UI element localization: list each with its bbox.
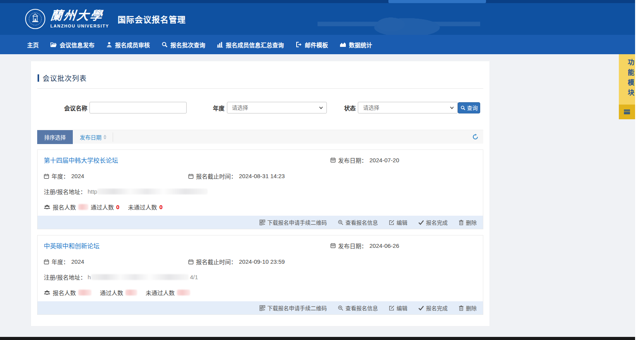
nav-item-label: 报名成员审核	[115, 41, 150, 49]
conference-title-link[interactable]: 第十四届中韩大学校长论坛	[44, 155, 330, 165]
registration-url-prefix: h	[88, 274, 91, 280]
publish-date-label: 发布日期：	[338, 156, 367, 164]
failed-count-label: 未通过人数	[128, 203, 157, 211]
nav-item-batch-query[interactable]: 报名批次查询	[161, 41, 205, 49]
redacted-passed-count	[125, 290, 137, 295]
search-plus-icon	[338, 305, 343, 311]
action-label: 查看报名信息	[345, 218, 378, 226]
failed-count-value: 0	[159, 204, 162, 210]
query-button-label: 查询	[467, 104, 478, 112]
user-icon	[106, 41, 112, 48]
university-seal-icon	[25, 9, 46, 29]
conference-card: 中英碳中和创新论坛 发布日期：2024-06-26	[37, 235, 483, 315]
action-delete[interactable]: 删除	[459, 304, 477, 312]
year-label: 年度	[213, 104, 225, 112]
action-label: 删除	[466, 218, 477, 226]
stats-row: 报名人数 通过人数 未通过人数	[44, 288, 477, 297]
action-delete[interactable]: 删除	[459, 218, 477, 226]
registration-url-label: 注册/报名地址：	[44, 273, 86, 281]
nav-item-conference-publish[interactable]: 会议信息发布	[50, 41, 94, 49]
sort-by-publish-date[interactable]: 发布日期	[80, 133, 106, 141]
action-edit[interactable]: 编辑	[389, 304, 407, 312]
action-edit[interactable]: 编辑	[389, 218, 407, 226]
action-label: 编辑	[397, 304, 407, 312]
section-title-row: 会议批次列表	[37, 61, 483, 88]
nav-item-label: 邮件模板	[305, 41, 328, 49]
calendar-icon	[330, 157, 336, 163]
check-icon	[418, 220, 424, 225]
deadline-value: 2024-09-10 23:59	[239, 258, 285, 265]
bar-chart-icon	[217, 41, 223, 48]
publish-date-value: 2024-06-26	[369, 242, 399, 249]
passed-count-label: 通过人数	[91, 203, 114, 211]
nav-item-home[interactable]: 主页	[27, 41, 39, 49]
folder-open-icon	[50, 42, 57, 48]
nav-item-label: 数据统计	[349, 41, 372, 49]
action-view-registration-info[interactable]: 查看报名信息	[338, 304, 378, 312]
screenshot-root: 蘭州大學 LANZHOU UNIVERSITY 国际会议报名管理 主页 会议信息…	[0, 0, 644, 340]
status-select[interactable]: 请选择	[358, 102, 458, 113]
passed-count-label: 通过人数	[100, 288, 123, 297]
trash-icon	[459, 305, 464, 311]
stats-row: 报名人数 通过人数0 未通过人数0	[44, 203, 477, 211]
refresh-icon	[472, 134, 479, 140]
year-field-label: 年度：	[52, 172, 69, 180]
divider	[113, 132, 113, 142]
registration-url-row: 注册/报名地址： http	[44, 187, 477, 196]
registration-url-label: 注册/报名地址：	[44, 187, 86, 196]
deadline-field: 报名截止时间：2024-08-31 14:23	[188, 172, 285, 180]
action-label: 编辑	[397, 218, 407, 226]
redacted-applied-count	[78, 290, 91, 295]
bottom-strip	[0, 337, 635, 340]
conference-name-label: 会议名称	[64, 104, 87, 112]
section-title: 会议批次列表	[43, 73, 87, 83]
action-registration-complete[interactable]: 报名完成	[418, 304, 448, 312]
action-label: 下载报名申请手续二维码	[267, 218, 327, 226]
conference-title-link[interactable]: 中英碳中和创新论坛	[44, 241, 330, 250]
year-field: 年度：2024	[44, 172, 188, 180]
nav-item-email-template[interactable]: 邮件模板	[295, 41, 328, 49]
redacted-url	[91, 274, 189, 280]
card-action-bar: 下载报名申请手续二维码 查看报名信息	[38, 301, 483, 314]
publish-date-label: 发布日期：	[338, 242, 367, 250]
nav-item-member-summary-query[interactable]: 报名成员信息汇总查询	[217, 41, 284, 49]
app-page: 蘭州大學 LANZHOU UNIVERSITY 国际会议报名管理 主页 会议信息…	[0, 0, 635, 340]
search-plus-icon	[338, 220, 343, 225]
year-select[interactable]: 请选择	[227, 102, 327, 113]
hamburger-icon	[624, 110, 630, 114]
passed-count-value: 0	[116, 204, 119, 210]
action-view-registration-info[interactable]: 查看报名信息	[338, 218, 378, 226]
function-module-toggle[interactable]	[619, 105, 635, 119]
action-label: 报名完成	[426, 218, 448, 226]
action-download-qrcode[interactable]: 下载报名申请手续二维码	[259, 218, 327, 226]
sort-tab-label: 排序选择	[37, 130, 73, 144]
action-download-qrcode[interactable]: 下载报名申请手续二维码	[259, 304, 327, 312]
publish-date: 发布日期：2024-07-20	[330, 156, 477, 164]
export-icon	[295, 41, 302, 48]
qrcode-icon	[259, 305, 265, 311]
sort-arrows-icon	[103, 135, 106, 139]
nav-item-member-review[interactable]: 报名成员审核	[106, 41, 150, 49]
qrcode-icon	[259, 220, 265, 225]
users-icon	[44, 290, 50, 295]
status-label: 状态	[344, 104, 355, 112]
nav-item-label: 会议信息发布	[60, 41, 94, 49]
function-module-drawer[interactable]: 功能模块	[619, 54, 635, 119]
conference-name-input[interactable]	[89, 102, 187, 113]
registration-url-prefix: http	[88, 188, 97, 195]
nav-item-label: 报名成员信息汇总查询	[226, 41, 284, 49]
search-icon	[161, 41, 168, 48]
conference-card: 第十四届中韩大学校长论坛 发布日期：2024-07-20	[37, 149, 483, 229]
check-icon	[418, 306, 424, 311]
query-button[interactable]: 查询	[458, 102, 480, 113]
top-strip-highlight	[388, 0, 486, 3]
nav-item-statistics[interactable]: 数据统计	[340, 41, 372, 49]
edit-icon	[389, 220, 395, 225]
year-field-value: 2024	[71, 173, 84, 179]
refresh-button[interactable]	[472, 134, 479, 140]
calendar-icon	[188, 173, 194, 179]
action-registration-complete[interactable]: 报名完成	[418, 218, 448, 226]
card-action-bar: 下载报名申请手续二维码 查看报名信息	[38, 216, 483, 229]
university-name-en: LANZHOU UNIVERSITY	[50, 24, 109, 28]
edit-icon	[389, 305, 395, 311]
